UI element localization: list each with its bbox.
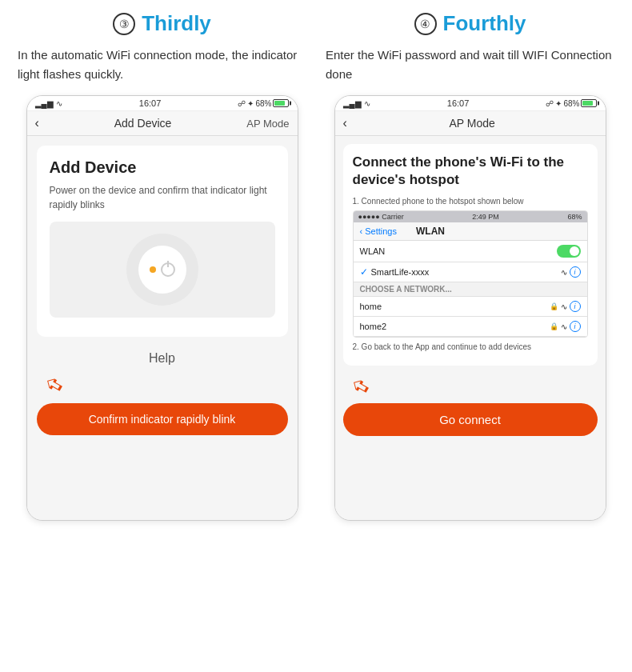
wifi-time: 2:49 PM <box>472 213 499 221</box>
right-status-bar: ▂▄▆ ∿ 16:07 ☍ ✦ 68% <box>335 96 606 111</box>
home-network-row[interactable]: home 🔒 ∿ i <box>354 297 587 317</box>
smartlife-wifi-icon: ∿ <box>561 268 567 277</box>
right-network-icon: ☍ <box>546 99 554 108</box>
ap-mode-title: Connect the phone's Wi-Fi to the device'… <box>353 154 588 189</box>
wifi-settings-mockup: ●●●●● Carrier 2:49 PM 68% ‹ Settings WLA… <box>353 210 588 338</box>
home-network-label: home <box>360 302 382 311</box>
smartlife-icons: ∿ i <box>561 266 581 278</box>
right-card: Connect the phone's Wi-Fi to the device'… <box>343 144 598 366</box>
home2-info-icon[interactable]: i <box>570 321 581 332</box>
instruction-2: 2. Go back to the App and continue to ad… <box>353 342 588 351</box>
network-icon: ☍ <box>238 99 246 108</box>
left-card: Add Device Power on the device and confi… <box>37 146 288 337</box>
help-text: Help <box>37 345 288 372</box>
left-nav-ap-mode[interactable]: AP Mode <box>246 118 289 130</box>
right-arrow-icon: ➪ <box>346 371 374 403</box>
device-power-icon <box>161 262 175 277</box>
right-signal-icon: ▂▄▆ <box>343 99 362 108</box>
home2-network-label: home2 <box>360 322 387 331</box>
left-nav-back[interactable]: ‹ <box>35 116 39 130</box>
choose-network-label: CHOOSE A NETWORK... <box>354 282 587 297</box>
home-wifi-icon: ∿ <box>561 302 567 311</box>
wlan-toggle[interactable] <box>557 245 581 258</box>
wifi-icon: ∿ <box>56 99 62 108</box>
left-status-time: 16:07 <box>139 98 162 108</box>
signal-icon: ▂▄▆ <box>35 99 54 108</box>
smartlife-info-icon[interactable]: i <box>570 266 581 278</box>
right-status-right: ☍ ✦ 68% <box>546 99 597 108</box>
left-arrow-area: ➪ <box>37 372 288 398</box>
right-nav-back[interactable]: ‹ <box>343 116 347 130</box>
wlan-toggle-row: WLAN <box>354 241 587 262</box>
right-battery-icon <box>581 99 597 107</box>
wifi-status-bar: ●●●●● Carrier 2:49 PM 68% <box>354 211 587 222</box>
device-outer-circle <box>126 234 198 306</box>
right-step-header: ④ Fourthly <box>414 11 526 36</box>
battery-icon <box>273 99 289 107</box>
left-nav-bar: ‹ Add Device AP Mode <box>27 111 298 136</box>
right-step-circle: ④ <box>414 13 437 35</box>
wifi-battery-mini: 68% <box>567 213 582 221</box>
home2-lock-icon: 🔒 <box>550 322 558 330</box>
left-phone-content: Add Device Power on the device and confi… <box>27 136 298 520</box>
go-connect-button[interactable]: Go connect <box>343 403 598 436</box>
device-inner-circle <box>138 246 186 294</box>
home2-wifi-icon: ∿ <box>561 322 567 331</box>
home2-network-icons: 🔒 ∿ i <box>550 321 581 332</box>
wifi-checkmark: ✓ <box>360 266 368 278</box>
left-arrow-icon: ➪ <box>39 369 68 401</box>
battery-percent: 68% <box>255 99 271 108</box>
add-device-desc: Power on the device and confirm that ind… <box>50 183 275 212</box>
right-nav-title: AP Mode <box>449 117 494 130</box>
right-status-left: ▂▄▆ ∿ <box>343 99 370 108</box>
right-battery-percent: 68% <box>563 99 579 108</box>
right-step-title: Fourthly <box>443 11 526 36</box>
left-phone-mockup: ▂▄▆ ∿ 16:07 ☍ ✦ 68% ‹ Add Device AP Mode <box>26 95 298 521</box>
right-step-desc: Enter the WiFi password and wait till WI… <box>322 46 618 84</box>
bluetooth-icon: ✦ <box>247 99 254 108</box>
left-status-right: ☍ ✦ 68% <box>238 99 289 108</box>
left-step-desc: In the automatic WiFi connection mode, t… <box>14 46 310 84</box>
right-status-time: 16:07 <box>447 98 470 108</box>
wifi-settings-back[interactable]: ‹ Settings <box>360 226 397 236</box>
right-phone-content: Connect the phone's Wi-Fi to the device'… <box>335 136 606 520</box>
left-status-left: ▂▄▆ ∿ <box>35 99 62 108</box>
wifi-nav: ‹ Settings WLAN <box>354 222 587 241</box>
right-arrow-area: ➪ <box>343 374 598 400</box>
left-column: ③ Thirdly In the automatic WiFi connecti… <box>8 8 316 672</box>
right-wifi-icon: ∿ <box>364 99 370 108</box>
right-phone-mockup: ▂▄▆ ∿ 16:07 ☍ ✦ 68% ‹ AP Mode <box>334 95 606 521</box>
smartlife-row[interactable]: ✓ SmartLife-xxxx ∿ i <box>354 262 587 282</box>
smartlife-check-row: ✓ SmartLife-xxxx <box>360 266 430 278</box>
wifi-carrier: ●●●●● Carrier <box>358 213 404 221</box>
wlan-label: WLAN <box>360 246 386 256</box>
instruction-1: 1. Connected phone to the hotspot shown … <box>353 197 588 206</box>
home-lock-icon: 🔒 <box>550 302 558 310</box>
left-status-bar: ▂▄▆ ∿ 16:07 ☍ ✦ 68% <box>27 96 298 111</box>
right-bluetooth-icon: ✦ <box>555 99 562 108</box>
home2-network-row[interactable]: home2 🔒 ∿ i <box>354 317 587 337</box>
home-network-icons: 🔒 ∿ i <box>550 301 581 312</box>
right-nav-bar: ‹ AP Mode <box>335 111 606 136</box>
home-info-icon[interactable]: i <box>570 301 581 312</box>
left-step-header: ③ Thirdly <box>113 11 211 36</box>
left-nav-title: Add Device <box>114 117 172 130</box>
left-step-circle: ③ <box>113 13 135 35</box>
device-illustration <box>50 222 275 318</box>
right-column: ④ Fourthly Enter the WiFi password and w… <box>316 8 624 672</box>
confirm-button[interactable]: Confirm indicator rapidly blink <box>37 403 288 435</box>
wifi-nav-title: WLAN <box>416 226 445 237</box>
smartlife-ssid: SmartLife-xxxx <box>371 267 430 277</box>
device-indicator-dot <box>150 266 156 273</box>
add-device-title: Add Device <box>50 158 275 177</box>
left-step-title: Thirdly <box>142 11 211 36</box>
